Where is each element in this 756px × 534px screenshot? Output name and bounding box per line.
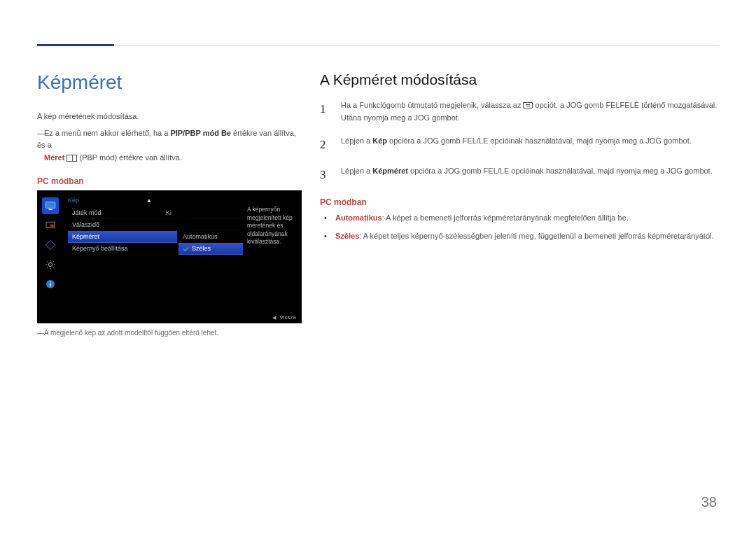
back-triangle-icon: ◀ — [272, 315, 276, 321]
svg-rect-14 — [50, 283, 50, 287]
step-pre: Ha a Funkciógomb útmutató megjelenik, vá… — [341, 101, 523, 109]
osd-option-spacer — [178, 207, 243, 219]
svg-rect-15 — [50, 281, 50, 282]
osd-back-label: Vissza — [280, 314, 296, 321]
osd-sidebar — [37, 196, 64, 307]
right-column: A Képméret módosítása 1 Ha a Funkciógomb… — [320, 71, 719, 337]
step-pre: Lépjen a — [341, 136, 372, 145]
step-item: 2 Lépjen a Kép opcióra a JOG gomb FEL/LE… — [320, 135, 719, 154]
mode-subheading-left: PC módban — [37, 176, 302, 186]
header-rule — [37, 30, 719, 45]
note-bold: PIP/PBP mód Be — [170, 129, 231, 137]
dash-icon: ― — [37, 329, 44, 337]
svg-line-10 — [52, 267, 53, 268]
note-prefix: Ez a menü nem akkor elérhető, ha a — [44, 129, 170, 137]
osd-row: Válaszidő — [68, 219, 177, 231]
osd-row-selected: Képméret — [68, 231, 177, 243]
sidebar-pip-icon — [42, 217, 59, 234]
sidebar-display-icon — [42, 237, 59, 253]
bullet-text: : A képet a bemeneti jelforrás képméreta… — [382, 213, 629, 222]
mode-subheading-right: PC módban — [320, 197, 719, 207]
step-item: 1 Ha a Funkciógomb útmutató megjelenik, … — [320, 99, 719, 124]
osd-header-label: Kép — [68, 197, 79, 204]
step-text: Ha a Funkciógomb útmutató megjelenik, vá… — [341, 99, 719, 124]
section-title: Képméret — [37, 71, 302, 94]
osd-option-label: Automatikus — [183, 233, 218, 240]
step-pre: Lépjen a — [341, 167, 372, 175]
bullet-item: • Széles: A képet teljes képernyő-széles… — [324, 230, 719, 242]
note-suffix: (PBP mód) értékre van állítva. — [77, 153, 182, 162]
sidebar-info-icon — [42, 276, 59, 293]
note-red: Méret — [44, 153, 64, 162]
header-accent — [37, 44, 114, 46]
osd-row-label: Játék mód — [72, 209, 102, 216]
model-footnote: ―A megjelenő kép az adott modelltől függ… — [37, 329, 302, 337]
osd-header: Kép ▲ — [68, 195, 152, 206]
bullet-dot-icon: • — [324, 230, 328, 242]
svg-line-9 — [47, 262, 48, 262]
osd-option-label: Széles — [192, 245, 211, 252]
step-number: 2 — [320, 135, 331, 154]
header-divider — [114, 45, 719, 45]
pbp-icon — [66, 155, 77, 162]
procedure-title: A Képméret módosítása — [320, 71, 719, 88]
step-text: Lépjen a Képméret opcióra a JOG gomb FEL… — [341, 165, 713, 184]
check-icon — [183, 245, 189, 251]
step-bold: Képméret — [372, 167, 408, 175]
osd-row: Játék mód Ki — [68, 207, 177, 219]
step-number: 3 — [320, 165, 331, 184]
intro-text: A kép méretének módosítása. — [37, 111, 302, 123]
step-item: 3 Lépjen a Képméret opcióra a JOG gomb F… — [320, 165, 719, 184]
availability-note: ―Ez a menü nem akkor elérhető, ha a PIP/… — [37, 127, 302, 164]
bullet-term: Automatikus — [335, 213, 382, 222]
step-post: opcióra a JOG gomb FEL/LE opcióinak hasz… — [408, 167, 713, 175]
svg-line-12 — [52, 262, 53, 262]
bullet-dot-icon: • — [324, 211, 328, 224]
step-number: 1 — [320, 99, 331, 124]
sidebar-settings-icon — [42, 256, 59, 273]
intro-line: A kép méretének módosítása. — [37, 112, 139, 120]
osd-menu-list: Játék mód Ki Válaszidő Képméret Képernyő… — [68, 207, 177, 255]
menu-icon — [523, 102, 533, 108]
osd-option: Automatikus — [178, 231, 243, 243]
svg-rect-3 — [50, 225, 54, 227]
arrow-up-icon: ▲ — [146, 197, 152, 204]
footnote-text: A megjelenő kép az adott modelltől függő… — [44, 329, 218, 337]
osd-option-spacer — [178, 219, 243, 231]
bullet-item: • Automatikus: A képet a bemeneti jelfor… — [324, 211, 719, 224]
svg-rect-1 — [48, 209, 52, 210]
page-number: 38 — [701, 494, 717, 510]
dash-icon: ― — [37, 127, 44, 140]
step-post: opcióra a JOG gomb FEL/LE opcióinak hasz… — [387, 136, 692, 145]
osd-footer: ◀ Vissza — [272, 314, 296, 321]
step-bold: Kép — [372, 136, 387, 145]
steps-list: 1 Ha a Funkciógomb útmutató megjelenik, … — [320, 99, 719, 185]
osd-row-label: Képméret — [72, 233, 99, 240]
osd-row-label: Képernyő beállítása — [72, 245, 128, 252]
osd-row-value: Ki — [166, 209, 172, 216]
osd-option-selected: Széles — [178, 243, 243, 255]
osd-row-label: Válaszidő — [72, 221, 99, 228]
bullet-text: : A képet teljes képernyő-szélességben j… — [359, 232, 713, 240]
sidebar-picture-icon — [42, 197, 59, 214]
step-text: Lépjen a Kép opcióra a JOG gomb FEL/LE o… — [341, 135, 692, 154]
svg-point-4 — [48, 263, 52, 267]
bullet-term: Széles — [335, 232, 359, 240]
osd-row: Képernyő beállítása — [68, 243, 177, 255]
svg-rect-0 — [46, 202, 55, 209]
osd-preview: Kép ▲ Játék mód Ki Válaszidő Képméret Ké… — [37, 190, 302, 323]
svg-line-11 — [47, 267, 48, 268]
osd-option-list: Automatikus Széles — [178, 207, 243, 255]
bullet-list: • Automatikus: A képet a bemeneti jelfor… — [324, 211, 719, 242]
osd-description: A képernyőn megjelenített kép méretének … — [247, 206, 298, 246]
left-column: Képméret A kép méretének módosítása. ―Ez… — [37, 71, 302, 337]
